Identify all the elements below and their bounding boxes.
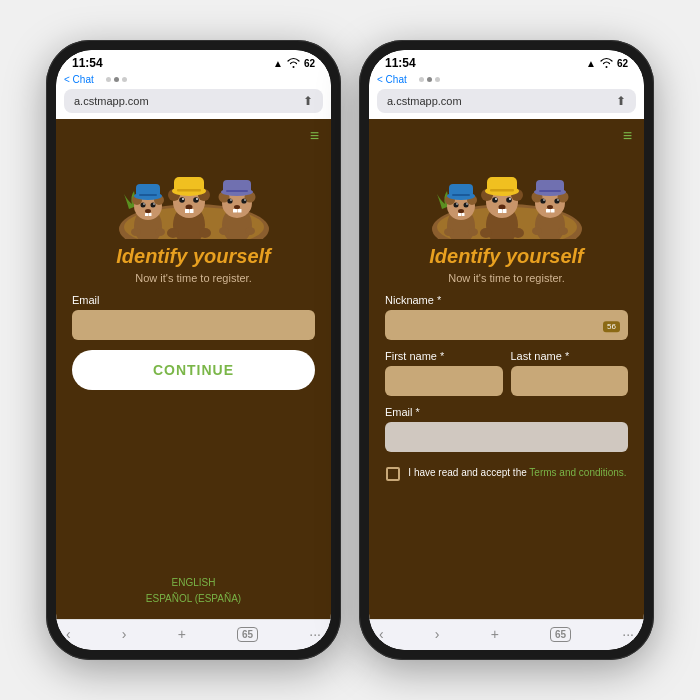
svg-point-32 — [167, 228, 179, 238]
right-new-tab-icon[interactable]: + — [491, 626, 499, 642]
svg-rect-62 — [461, 213, 464, 216]
left-nav-dot-2 — [114, 77, 119, 82]
left-beaver-area — [56, 145, 331, 239]
right-firstname-label: First name * — [385, 350, 503, 362]
right-wifi-icon — [600, 57, 613, 70]
left-wifi-icon — [287, 57, 300, 70]
svg-point-17 — [155, 228, 165, 236]
svg-point-88 — [540, 198, 545, 203]
svg-rect-65 — [452, 194, 470, 196]
svg-point-40 — [230, 199, 232, 201]
right-nav-dot-3 — [435, 77, 440, 82]
right-email-label: Email * — [385, 406, 628, 418]
svg-point-9 — [153, 203, 155, 205]
svg-point-16 — [131, 228, 141, 236]
svg-point-6 — [140, 203, 145, 208]
svg-point-98 — [532, 227, 542, 235]
right-checkbox-row: I have read and accept the Terms and con… — [370, 466, 642, 481]
right-form-section: Nickname * 56 First name * — [369, 294, 644, 462]
left-continue-button[interactable]: CONTINUE — [72, 350, 315, 390]
svg-point-39 — [241, 198, 246, 203]
svg-point-67 — [468, 228, 478, 236]
svg-point-75 — [509, 198, 511, 200]
left-back-nav-icon[interactable]: ‹ — [66, 626, 71, 642]
svg-point-89 — [554, 198, 559, 203]
right-identify-title: Identify yourself — [419, 245, 593, 268]
left-phone: 11:54 ▲ 62 < Chat — [46, 40, 341, 660]
right-email-input[interactable] — [385, 422, 628, 452]
right-terms-checkbox[interactable] — [386, 467, 400, 481]
svg-point-25 — [196, 198, 198, 200]
right-firstname-input[interactable] — [385, 366, 503, 396]
svg-point-76 — [498, 205, 505, 210]
left-form-section: Email CONTINUE — [56, 294, 331, 400]
right-register-subtitle: Now it's time to register. — [448, 272, 564, 284]
svg-point-66 — [444, 228, 454, 236]
left-status-bar: 11:54 ▲ 62 — [56, 50, 331, 72]
right-terms-text: I have read and accept the Terms and con… — [408, 466, 626, 480]
left-time: 11:54 — [72, 56, 103, 70]
right-tab-count[interactable]: 65 — [550, 627, 571, 642]
left-language-section: ENGLISH ESPAÑOL (ESPAÑA) — [146, 575, 241, 619]
right-url-bar[interactable]: a.cstmapp.com ⬆ — [377, 89, 636, 113]
right-name-row: First name * Last name * — [385, 350, 628, 406]
svg-rect-12 — [148, 213, 151, 216]
left-more-icon[interactable]: ··· — [309, 626, 321, 642]
left-signal-icon: ▲ — [273, 58, 283, 69]
right-terms-link[interactable]: Terms and conditions. — [529, 467, 626, 478]
svg-point-38 — [227, 198, 232, 203]
left-tab-count[interactable]: 65 — [237, 627, 258, 642]
svg-rect-44 — [237, 209, 241, 213]
svg-point-41 — [244, 199, 246, 201]
left-new-tab-icon[interactable]: + — [178, 626, 186, 642]
right-share-icon[interactable]: ⬆ — [616, 94, 626, 108]
svg-point-24 — [182, 198, 184, 200]
svg-point-10 — [145, 209, 151, 213]
svg-point-26 — [185, 205, 192, 210]
right-forward-nav-icon[interactable]: › — [435, 626, 440, 642]
svg-point-58 — [456, 203, 458, 205]
left-back-label[interactable]: < Chat — [64, 74, 94, 85]
left-phone-screen: 11:54 ▲ 62 < Chat — [56, 50, 331, 650]
right-nickname-input[interactable] — [385, 310, 628, 340]
left-url-bar[interactable]: a.cstmapp.com ⬆ — [64, 89, 323, 113]
svg-point-56 — [453, 203, 458, 208]
svg-point-72 — [492, 197, 498, 203]
svg-point-23 — [193, 197, 199, 203]
svg-rect-31 — [177, 189, 201, 192]
svg-point-49 — [245, 227, 255, 235]
left-lang-spanish[interactable]: ESPAÑOL (ESPAÑA) — [146, 591, 241, 607]
phones-container: 11:54 ▲ 62 < Chat — [26, 20, 674, 680]
svg-point-48 — [219, 227, 229, 235]
svg-point-22 — [179, 197, 185, 203]
right-back-nav-icon[interactable]: ‹ — [379, 626, 384, 642]
svg-point-83 — [512, 228, 524, 238]
left-browser-bottom: ‹ › + 65 ··· — [56, 619, 331, 650]
right-nav-dot-2 — [427, 77, 432, 82]
left-forward-nav-icon[interactable]: › — [122, 626, 127, 642]
right-status-bar: 11:54 ▲ 62 — [369, 50, 644, 72]
right-browser-chrome: < Chat a.cstmapp.com ⬆ — [369, 72, 644, 119]
right-url-text: a.cstmapp.com — [387, 95, 462, 107]
svg-rect-43 — [233, 209, 237, 213]
right-more-icon[interactable]: ··· — [622, 626, 634, 642]
right-back-label[interactable]: < Chat — [377, 74, 407, 85]
svg-point-90 — [543, 199, 545, 201]
svg-point-92 — [547, 205, 553, 209]
left-email-input[interactable] — [72, 310, 315, 340]
right-signal-icon: ▲ — [586, 58, 596, 69]
left-register-subtitle: Now it's time to register. — [135, 272, 251, 284]
svg-rect-47 — [226, 190, 248, 192]
right-menu-icon[interactable]: ≡ — [611, 119, 644, 145]
right-lastname-input[interactable] — [511, 366, 629, 396]
left-lang-english[interactable]: ENGLISH — [146, 575, 241, 591]
svg-point-82 — [480, 228, 492, 238]
left-share-icon[interactable]: ⬆ — [303, 94, 313, 108]
right-firstname-col: First name * — [385, 350, 503, 406]
right-lastname-label: Last name * — [511, 350, 629, 362]
svg-point-59 — [466, 203, 468, 205]
left-nav-dot-3 — [122, 77, 127, 82]
left-menu-icon[interactable]: ≡ — [298, 119, 331, 145]
svg-rect-77 — [498, 209, 502, 213]
svg-point-99 — [558, 227, 568, 235]
